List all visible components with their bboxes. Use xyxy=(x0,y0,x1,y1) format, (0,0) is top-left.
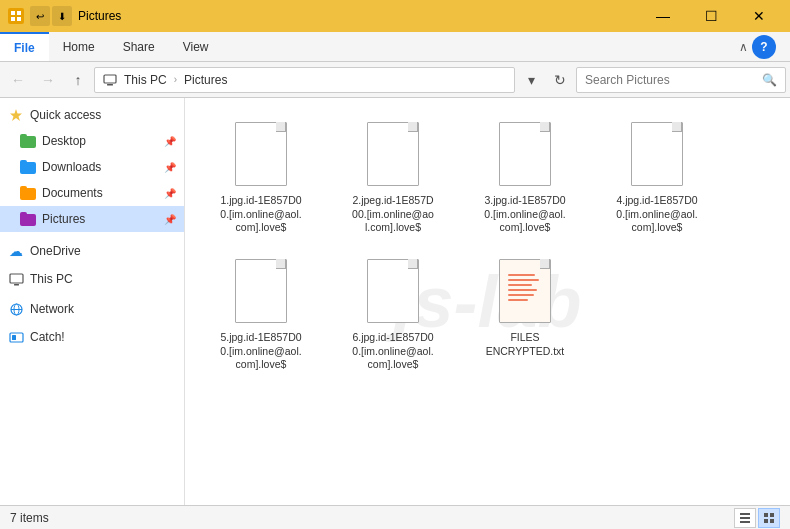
search-icon: 🔍 xyxy=(762,73,777,87)
catch-label: Catch! xyxy=(30,330,176,344)
tab-home[interactable]: Home xyxy=(49,32,109,61)
documents-pin-icon: 📌 xyxy=(164,188,176,199)
svg-rect-16 xyxy=(740,521,750,523)
quick-access-toolbar: ↩ ⬇ xyxy=(30,6,72,26)
file-item-4[interactable]: 4.jpg.id-1E857D00.[im.online@aol.com].lo… xyxy=(597,112,717,241)
ribbon-tabs: File Home Share View ∧ ? xyxy=(0,32,790,62)
catch-icon xyxy=(8,329,24,345)
network-label: Network xyxy=(30,302,176,316)
file-icon-7 xyxy=(495,255,555,327)
view-buttons xyxy=(734,508,780,528)
close-button[interactable]: ✕ xyxy=(736,0,782,32)
sidebar-item-pictures[interactable]: Pictures 📌 xyxy=(0,206,184,232)
documents-folder-icon xyxy=(20,185,36,201)
sidebar-item-documents[interactable]: Documents 📌 xyxy=(0,180,184,206)
file-icon-2 xyxy=(363,118,423,190)
window-icon xyxy=(8,8,24,24)
qs-btn-2[interactable]: ⬇ xyxy=(52,6,72,26)
sidebar-item-quick-access[interactable]: Quick access xyxy=(0,102,184,128)
tab-view[interactable]: View xyxy=(169,32,223,61)
file-name-1: 1.jpg.id-1E857D00.[im.online@aol.com].lo… xyxy=(220,194,301,235)
file-item-3[interactable]: 3.jpg.id-1E857D00.[im.online@aol.com].lo… xyxy=(465,112,585,241)
file-icon-3 xyxy=(495,118,555,190)
desktop-pin-icon: 📌 xyxy=(164,136,176,147)
path-pictures[interactable]: Pictures xyxy=(181,72,230,88)
sidebar-item-thispc[interactable]: This PC xyxy=(0,266,184,292)
computer-icon xyxy=(103,73,117,87)
downloads-label: Downloads xyxy=(42,160,156,174)
sidebar-item-desktop[interactable]: Desktop 📌 xyxy=(0,128,184,154)
file-item-2[interactable]: 2.jpeg.id-1E857D00.[im.online@aol.com].l… xyxy=(333,112,453,241)
minimize-button[interactable]: — xyxy=(640,0,686,32)
thispc-icon xyxy=(8,271,24,287)
svg-rect-14 xyxy=(740,513,750,515)
path-this-pc[interactable]: This PC xyxy=(121,72,170,88)
svg-rect-0 xyxy=(11,11,15,15)
file-name-2: 2.jpeg.id-1E857D00.[im.online@aol.com].l… xyxy=(352,194,434,235)
svg-rect-13 xyxy=(12,335,16,340)
sidebar-item-network[interactable]: Network xyxy=(0,296,184,322)
tab-share[interactable]: Share xyxy=(109,32,169,61)
back-button[interactable]: ← xyxy=(4,66,32,94)
svg-rect-19 xyxy=(764,519,768,523)
item-count: 7 items xyxy=(10,511,49,525)
file-name-3: 3.jpg.id-1E857D00.[im.online@aol.com].lo… xyxy=(484,194,565,235)
search-input[interactable] xyxy=(585,73,762,87)
sidebar-item-downloads[interactable]: Downloads 📌 xyxy=(0,154,184,180)
quick-access-icon xyxy=(8,107,24,123)
svg-rect-3 xyxy=(17,17,21,21)
qs-btn-1[interactable]: ↩ xyxy=(30,6,50,26)
star-icon xyxy=(9,108,23,122)
window-controls: — ☐ ✕ xyxy=(640,0,782,32)
onedrive-icon: ☁ xyxy=(8,243,24,259)
help-button[interactable]: ? xyxy=(752,35,776,59)
file-icon-4 xyxy=(627,118,687,190)
svg-rect-17 xyxy=(764,513,768,517)
up-button[interactable]: ↑ xyxy=(64,66,92,94)
address-path[interactable]: This PC › Pictures xyxy=(94,67,515,93)
title-bar-left: ↩ ⬇ Pictures xyxy=(8,6,121,26)
file-item-6[interactable]: 6.jpg.id-1E857D00.[im.online@aol.com].lo… xyxy=(333,249,453,378)
svg-rect-2 xyxy=(11,17,15,21)
thispc-label: This PC xyxy=(30,272,176,286)
icon-view-button[interactable] xyxy=(758,508,780,528)
desktop-label: Desktop xyxy=(42,134,156,148)
dropdown-button[interactable]: ▾ xyxy=(517,66,545,94)
sidebar-item-catch[interactable]: Catch! xyxy=(0,324,184,350)
network-globe-icon xyxy=(9,303,24,316)
downloads-folder-icon xyxy=(20,159,36,175)
svg-rect-8 xyxy=(14,284,19,286)
documents-label: Documents xyxy=(42,186,156,200)
search-box: 🔍 xyxy=(576,67,786,93)
file-name-7: FILESENCRYPTED.txt xyxy=(486,331,565,358)
monitor-icon xyxy=(9,273,24,286)
svg-rect-15 xyxy=(740,517,750,519)
file-item-7[interactable]: FILESENCRYPTED.txt xyxy=(465,249,585,378)
svg-rect-5 xyxy=(107,84,113,86)
file-item-1[interactable]: 1.jpg.id-1E857D00.[im.online@aol.com].lo… xyxy=(201,112,321,241)
file-name-4: 4.jpg.id-1E857D00.[im.online@aol.com].lo… xyxy=(616,194,697,235)
ribbon-toggle[interactable]: ∧ xyxy=(739,40,748,54)
svg-rect-4 xyxy=(104,75,116,83)
catch-icon-svg xyxy=(9,331,24,344)
svg-rect-12 xyxy=(10,333,23,342)
file-icon-1 xyxy=(231,118,291,190)
file-area: js-lab 1.jpg.id-1E857D00.[im.online@aol.… xyxy=(185,98,790,505)
maximize-button[interactable]: ☐ xyxy=(688,0,734,32)
pictures-label: Pictures xyxy=(42,212,156,226)
status-bar: 7 items xyxy=(0,505,790,529)
file-item-5[interactable]: 5.jpg.id-1E857D00.[im.online@aol.com].lo… xyxy=(201,249,321,378)
refresh-button[interactable]: ↻ xyxy=(546,66,574,94)
quick-access-label: Quick access xyxy=(30,108,176,122)
sidebar-item-onedrive[interactable]: ☁ OneDrive xyxy=(0,238,184,264)
pictures-folder-icon xyxy=(20,211,36,227)
file-name-5: 5.jpg.id-1E857D00.[im.online@aol.com].lo… xyxy=(220,331,301,372)
forward-button[interactable]: → xyxy=(34,66,62,94)
onedrive-label: OneDrive xyxy=(30,244,176,258)
pictures-pin-icon: 📌 xyxy=(164,214,176,225)
downloads-pin-icon: 📌 xyxy=(164,162,176,173)
list-view-button[interactable] xyxy=(734,508,756,528)
sidebar: Quick access Desktop 📌 Downloads 📌 Docum… xyxy=(0,98,185,505)
svg-rect-7 xyxy=(10,274,23,283)
tab-file[interactable]: File xyxy=(0,32,49,61)
